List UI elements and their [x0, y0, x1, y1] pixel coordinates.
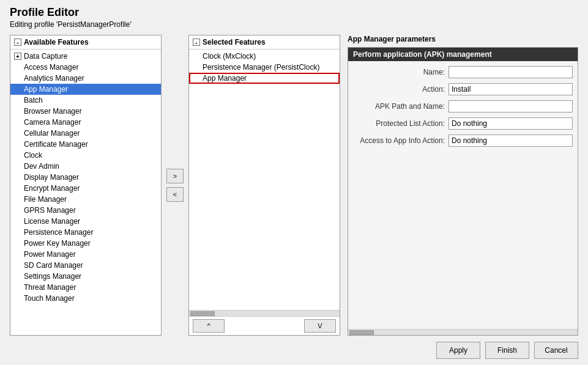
param-row-access-app-info: Access to App Info Action: Do nothing: [353, 135, 573, 147]
bottom-bar: Apply Finish Cancel: [10, 336, 578, 359]
selected-bottom-controls: ^ V: [189, 316, 340, 335]
main-area: - Available Features + Data Capture Acce…: [10, 35, 578, 336]
available-panel-title: Available Features: [24, 38, 89, 46]
feature-item-file-manager[interactable]: File Manager: [10, 194, 161, 205]
param-label-action: Action:: [353, 85, 445, 94]
param-input-apk-path[interactable]: [448, 100, 573, 112]
params-panel: App Manager parameters Perform applicati…: [340, 35, 578, 336]
move-up-button[interactable]: ^: [193, 319, 225, 333]
selected-panel-header: - Selected Features: [189, 35, 340, 50]
selected-scrollbar-thumb[interactable]: [190, 311, 215, 316]
page-container: Profile Editor Editing profile 'PersistM…: [0, 0, 588, 365]
data-capture-label: Data Capture: [24, 52, 67, 61]
feature-item-touch-manager[interactable]: Touch Manager: [10, 293, 161, 304]
feature-item-analytics-manager[interactable]: Analytics Manager: [10, 73, 161, 84]
feature-item-certificate-manager[interactable]: Certificate Manager: [10, 139, 161, 150]
feature-item-camera-manager[interactable]: Camera Manager: [10, 117, 161, 128]
selected-expand-icon[interactable]: -: [193, 39, 200, 46]
add-feature-button[interactable]: >: [166, 169, 184, 183]
selected-item-persistence-manager[interactable]: Persistence Manager (PersistClock): [189, 62, 340, 73]
cancel-button[interactable]: Cancel: [534, 342, 578, 359]
params-scrollbar-thumb[interactable]: [349, 330, 374, 335]
data-capture-expand-icon[interactable]: +: [14, 53, 21, 60]
page-title: Profile Editor: [10, 6, 578, 19]
selected-item-clock[interactable]: Clock (MxClock): [189, 51, 340, 62]
feature-item-dev-admin[interactable]: Dev Admin: [10, 161, 161, 172]
finish-button[interactable]: Finish: [485, 342, 529, 359]
selected-panel: - Selected Features Clock (MxClock) Pers…: [188, 35, 340, 336]
feature-item-sd-card-manager[interactable]: SD Card Manager: [10, 260, 161, 271]
feature-item-display-manager[interactable]: Display Manager: [10, 172, 161, 183]
page-subtitle: Editing profile 'PersistManagerProfile': [10, 20, 578, 29]
available-panel: - Available Features + Data Capture Acce…: [10, 35, 162, 336]
apply-button[interactable]: Apply: [436, 342, 480, 359]
feature-item-data-capture[interactable]: + Data Capture: [10, 51, 161, 62]
feature-item-gprs-manager[interactable]: GPRS Manager: [10, 205, 161, 216]
param-input-name[interactable]: [448, 66, 573, 78]
available-panel-header: - Available Features: [10, 35, 161, 50]
move-down-button[interactable]: V: [304, 319, 336, 333]
feature-item-power-manager[interactable]: Power Manager: [10, 249, 161, 260]
param-value-access-app-info[interactable]: Do nothing: [448, 135, 573, 147]
middle-controls: > <: [162, 35, 188, 336]
params-box: Perform application (APK) management Nam…: [348, 47, 578, 336]
param-row-apk-path: APK Path and Name:: [353, 100, 573, 112]
params-box-header: Perform application (APK) management: [348, 48, 578, 61]
feature-item-cellular-manager[interactable]: Cellular Manager: [10, 128, 161, 139]
selected-panel-title: Selected Features: [203, 38, 266, 46]
param-row-protected-list: Protected List Action: Do nothing: [353, 117, 573, 130]
feature-item-power-key-manager[interactable]: Power Key Manager: [10, 238, 161, 249]
param-value-action[interactable]: Install: [448, 83, 573, 95]
feature-item-app-manager[interactable]: App Manager: [10, 84, 161, 95]
feature-item-license-manager[interactable]: License Manager: [10, 216, 161, 227]
params-content: Name: Action: Install APK Path and Name:…: [348, 61, 578, 152]
feature-item-persistence-manager[interactable]: Persistence Manager: [10, 227, 161, 238]
feature-item-settings-manager[interactable]: Settings Manager: [10, 271, 161, 282]
param-label-apk-path: APK Path and Name:: [353, 102, 445, 111]
param-label-protected-list: Protected List Action:: [353, 119, 445, 128]
feature-item-browser-manager[interactable]: Browser Manager: [10, 106, 161, 117]
remove-feature-button[interactable]: <: [166, 187, 184, 202]
param-value-protected-list[interactable]: Do nothing: [448, 117, 573, 130]
params-title: App Manager parameters: [348, 35, 578, 43]
param-row-name: Name:: [353, 66, 573, 78]
selected-scrollbar[interactable]: [189, 310, 340, 316]
available-expand-icon[interactable]: -: [14, 39, 21, 46]
feature-item-threat-manager[interactable]: Threat Manager: [10, 282, 161, 293]
selected-item-app-manager[interactable]: App Manager: [189, 73, 340, 84]
param-label-access-app-info: Access to App Info Action:: [353, 136, 445, 145]
feature-item-access-manager[interactable]: Access Manager: [10, 62, 161, 73]
params-scrollbar[interactable]: [348, 329, 578, 335]
available-feature-list: + Data Capture Access Manager Analytics …: [10, 50, 161, 335]
param-row-action: Action: Install: [353, 83, 573, 95]
feature-item-clock[interactable]: Clock: [10, 150, 161, 161]
selected-feature-list: Clock (MxClock) Persistence Manager (Per…: [189, 50, 340, 181]
feature-item-batch[interactable]: Batch: [10, 95, 161, 106]
feature-item-encrypt-manager[interactable]: Encrypt Manager: [10, 183, 161, 194]
param-label-name: Name:: [353, 68, 445, 76]
